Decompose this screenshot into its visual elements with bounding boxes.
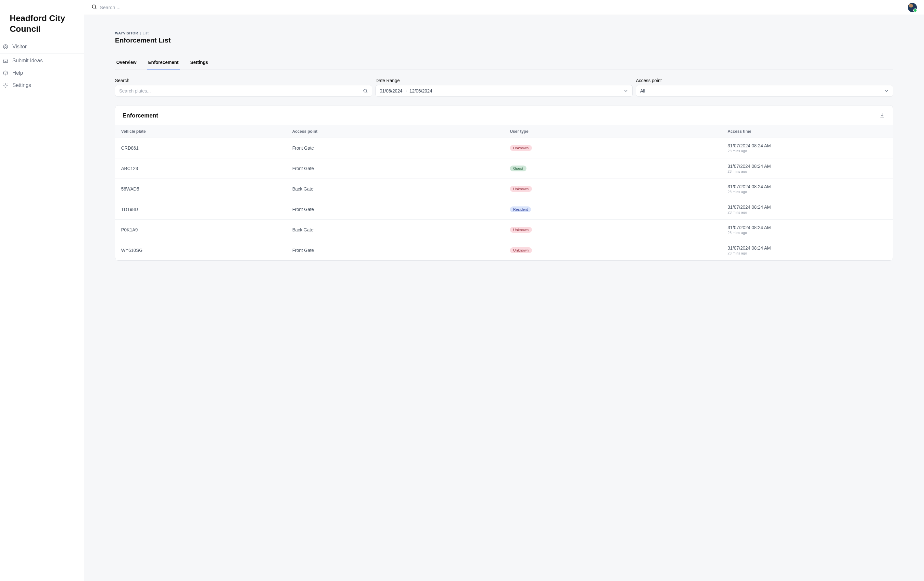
download-icon <box>879 112 885 119</box>
svg-point-6 <box>364 89 367 92</box>
access-time-value: 31/07/2024 08:24 AM <box>728 184 887 189</box>
filter-search-control[interactable] <box>115 85 372 97</box>
breadcrumb-leaf: List <box>143 31 148 35</box>
column-header-time[interactable]: Access time <box>722 125 893 138</box>
cell-access-time: 31/07/2024 08:24 AM28 mins ago <box>722 158 893 179</box>
sidebar-nav: Visitor Submit Ideas Help Settings <box>0 41 84 92</box>
cell-plate: CRD861 <box>115 138 287 158</box>
cell-plate: ABC123 <box>115 158 287 179</box>
sidebar-item-visitor[interactable]: Visitor <box>0 41 84 54</box>
access-time-relative: 28 mins ago <box>728 170 887 173</box>
status-badge: Resident <box>510 206 531 212</box>
filter-search-label: Search <box>115 78 372 83</box>
sidebar-item-submit-ideas[interactable]: Submit Ideas <box>0 54 84 67</box>
status-badge: Guest <box>510 166 526 171</box>
cell-access-point: Front Gate <box>287 240 504 261</box>
table-row[interactable]: CRD861Front GateUnknown31/07/2024 08:24 … <box>115 138 893 158</box>
chevron-down-icon <box>623 88 629 94</box>
access-time-value: 31/07/2024 08:24 AM <box>728 143 887 148</box>
cell-access-time: 31/07/2024 08:24 AM28 mins ago <box>722 240 893 261</box>
status-badge: Unknown <box>510 227 532 233</box>
download-button[interactable] <box>879 112 886 119</box>
cell-access-time: 31/07/2024 08:24 AM28 mins ago <box>722 199 893 220</box>
search-icon <box>363 88 368 94</box>
tab-enforcement[interactable]: Enforecement <box>147 56 180 69</box>
table-row[interactable]: WY610SGFront GateUnknown31/07/2024 08:24… <box>115 240 893 261</box>
column-header-plate[interactable]: Vehicle plate <box>115 125 287 138</box>
sidebar-item-settings[interactable]: Settings <box>0 79 84 92</box>
chevron-down-icon <box>884 88 889 94</box>
cell-user-type: Guest <box>504 158 722 179</box>
cell-access-point: Back Gate <box>287 220 504 240</box>
svg-point-0 <box>3 44 8 49</box>
access-time-value: 31/07/2024 08:24 AM <box>728 245 887 250</box>
app-title: Headford City Council <box>0 13 84 41</box>
cell-access-time: 31/07/2024 08:24 AM28 mins ago <box>722 220 893 240</box>
table-row[interactable]: 56WAD5Back GateUnknown31/07/2024 08:24 A… <box>115 179 893 199</box>
cell-user-type: Unknown <box>504 179 722 199</box>
cell-access-time: 31/07/2024 08:24 AM28 mins ago <box>722 179 893 199</box>
cell-access-time: 31/07/2024 08:24 AM28 mins ago <box>722 138 893 158</box>
cell-user-type: Unknown <box>504 240 722 261</box>
sidebar-item-label: Visitor <box>12 44 26 49</box>
inbox-icon <box>3 58 8 64</box>
tab-settings[interactable]: Settings <box>189 56 210 69</box>
topbar <box>84 0 924 15</box>
access-time-value: 31/07/2024 08:24 AM <box>728 204 887 210</box>
status-badge: Unknown <box>510 186 532 192</box>
tab-overview[interactable]: Overview <box>115 56 138 69</box>
cell-user-type: Unknown <box>504 220 722 240</box>
column-header-user[interactable]: User type <box>504 125 722 138</box>
svg-point-4 <box>5 85 7 86</box>
filter-accesspoint-value: All <box>640 88 645 94</box>
enforcement-card: Enforcement Vehicle plate Access point U… <box>115 105 893 261</box>
table-row[interactable]: TD198DFront GateResident31/07/2024 08:24… <box>115 199 893 220</box>
page-title: Enforcement List <box>115 36 893 44</box>
tabs: Overview Enforecement Settings <box>115 56 893 69</box>
cell-access-point: Front Gate <box>287 199 504 220</box>
avatar[interactable] <box>908 3 917 12</box>
cell-user-type: Resident <box>504 199 722 220</box>
access-time-relative: 28 mins ago <box>728 149 887 153</box>
gear-icon <box>3 82 8 88</box>
filter-daterange-value: 01/06/2024 → 12/06/2024 <box>380 88 432 94</box>
breadcrumb: WAYVISITOR | List <box>115 31 893 35</box>
help-icon <box>3 70 8 76</box>
svg-point-3 <box>5 74 6 74</box>
access-time-relative: 28 mins ago <box>728 251 887 255</box>
sidebar-item-help[interactable]: Help <box>0 67 84 79</box>
cell-plate: WY610SG <box>115 240 287 261</box>
table-row[interactable]: ABC123Front GateGuest31/07/2024 08:24 AM… <box>115 158 893 179</box>
access-time-value: 31/07/2024 08:24 AM <box>728 164 887 169</box>
filter-accesspoint-label: Access point <box>636 78 893 83</box>
filter-daterange-label: Date Range <box>375 78 633 83</box>
cell-user-type: Unknown <box>504 138 722 158</box>
svg-point-5 <box>92 5 96 8</box>
access-time-relative: 28 mins ago <box>728 210 887 214</box>
cell-access-point: Front Gate <box>287 158 504 179</box>
filter-search-input[interactable] <box>119 88 360 94</box>
access-time-relative: 28 mins ago <box>728 231 887 235</box>
column-header-access[interactable]: Access point <box>287 125 504 138</box>
breadcrumb-root[interactable]: WAYVISITOR <box>115 31 138 35</box>
sidebar: Headford City Council Visitor Submit Ide… <box>0 0 84 581</box>
sidebar-item-label: Help <box>12 70 23 76</box>
filter-daterange-control[interactable]: 01/06/2024 → 12/06/2024 <box>375 85 633 97</box>
global-search-input[interactable] <box>100 5 197 10</box>
svg-point-1 <box>5 45 7 47</box>
status-badge: Unknown <box>510 145 532 151</box>
enforcement-table: Vehicle plate Access point User type Acc… <box>115 125 893 260</box>
status-badge: Unknown <box>510 247 532 253</box>
sidebar-item-label: Settings <box>12 82 31 88</box>
cell-access-point: Front Gate <box>287 138 504 158</box>
user-circle-icon <box>3 44 8 49</box>
sidebar-item-label: Submit Ideas <box>12 58 43 64</box>
access-time-relative: 28 mins ago <box>728 190 887 194</box>
access-time-value: 31/07/2024 08:24 AM <box>728 225 887 230</box>
filter-accesspoint-control[interactable]: All <box>636 85 893 97</box>
table-row[interactable]: P0K1A9Back GateUnknown31/07/2024 08:24 A… <box>115 220 893 240</box>
table-title: Enforcement <box>122 112 158 119</box>
cell-plate: TD198D <box>115 199 287 220</box>
filters: Search Date Range 01/06/2024 → 12/06/202… <box>115 78 893 97</box>
search-icon <box>91 4 97 11</box>
